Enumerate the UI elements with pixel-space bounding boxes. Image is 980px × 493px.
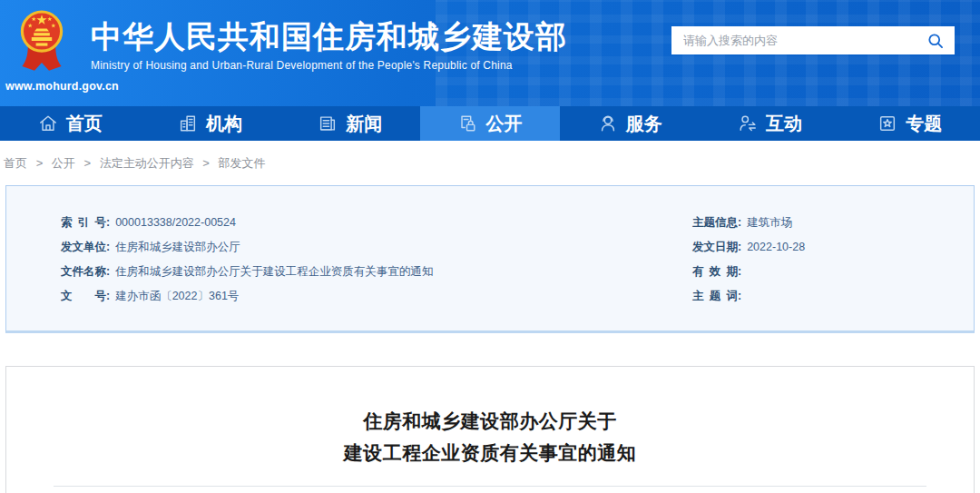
document-title: 住房和城乡建设部办公厅关于 建设工程企业资质有关事宜的通知 — [6, 405, 974, 468]
nav-item-label: 专题 — [906, 112, 942, 136]
home-icon — [38, 113, 58, 133]
document-title-line1: 住房和城乡建设部办公厅关于 — [6, 405, 974, 437]
site-titles: 中华人民共和国住房和城乡建设部 Ministry of Housing and … — [91, 20, 567, 72]
meta-label: 发文单位 — [61, 235, 106, 260]
meta-label: 文号 — [61, 284, 106, 309]
meta-value: 000013338/2022-00524 — [115, 211, 236, 235]
meta-label: 有效期 — [692, 260, 738, 284]
site-header: www.mohurd.gov.cn 中华人民共和国住房和城乡建设部 Minist… — [0, 0, 980, 106]
meta-colon: : — [106, 284, 110, 309]
site-url: www.mohurd.gov.cn — [5, 80, 119, 93]
breadcrumb-separator: > — [83, 156, 91, 170]
nav-item-home[interactable]: 首页 — [0, 106, 140, 141]
interaction-icon — [738, 113, 758, 133]
meta-row-validity-period: 有效期: — [692, 260, 974, 284]
meta-label: 发文日期 — [692, 235, 738, 260]
meta-colon: : — [106, 235, 110, 260]
breadcrumb-current: 部发文件 — [219, 156, 266, 170]
breadcrumb: 首页 > 公开 > 法定主动公开内容 > 部发文件 — [0, 141, 980, 185]
nav-item-organization[interactable]: 机构 — [140, 106, 279, 141]
nav-item-label: 公开 — [485, 112, 522, 136]
search-input[interactable] — [671, 26, 916, 54]
breadcrumb-statutory-content[interactable]: 法定主动公开内容 — [100, 156, 194, 170]
nav-item-label: 新闻 — [346, 112, 382, 136]
meta-colon: : — [106, 211, 110, 235]
disclosure-icon — [457, 113, 477, 133]
nav-item-label: 互动 — [766, 112, 802, 136]
site-title-cn: 中华人民共和国住房和城乡建设部 — [91, 20, 567, 53]
meta-colon: : — [738, 211, 741, 235]
nav-item-label: 首页 — [66, 112, 103, 136]
meta-label: 主题词 — [692, 284, 738, 309]
national-emblem-icon — [20, 8, 64, 74]
meta-row-index-number: 索引号: 000013338/2022-00524 — [61, 211, 692, 235]
site-title-en: Ministry of Housing and Urban-Rural Deve… — [91, 59, 567, 72]
meta-row-issue-date: 发文日期: 2022-10-28 — [692, 235, 974, 260]
topics-icon — [877, 113, 897, 133]
meta-label: 主题信息 — [692, 211, 738, 235]
title-divider — [54, 486, 926, 487]
meta-left-column: 索引号: 000013338/2022-00524 发文单位: 住房和城乡建设部… — [61, 211, 692, 309]
nav-item-label: 机构 — [206, 112, 242, 136]
news-icon — [318, 113, 338, 133]
breadcrumb-separator: > — [36, 156, 44, 170]
document-title-line2: 建设工程企业资质有关事宜的通知 — [6, 437, 974, 468]
meta-value: 住房和城乡建设部办公厅关于建设工程企业资质有关事宜的通知 — [115, 260, 433, 284]
meta-row-file-name: 文件名称: 住房和城乡建设部办公厅关于建设工程企业资质有关事宜的通知 — [61, 260, 692, 284]
meta-value: 住房和城乡建设部办公厅 — [115, 235, 240, 260]
nav-item-label: 服务 — [626, 112, 662, 136]
search-box — [671, 26, 955, 54]
meta-colon: : — [738, 284, 741, 309]
meta-label: 文件名称 — [61, 260, 106, 284]
meta-right-column: 主题信息: 建筑市场 发文日期: 2022-10-28 有效期: 主题词: — [692, 211, 974, 309]
nav-item-news[interactable]: 新闻 — [280, 106, 420, 141]
breadcrumb-home[interactable]: 首页 — [4, 156, 27, 170]
document-body-box: 住房和城乡建设部办公厅关于 建设工程企业资质有关事宜的通知 — [5, 366, 975, 493]
meta-value: 建办市函〔2022〕361号 — [115, 284, 239, 309]
meta-colon: : — [738, 260, 741, 284]
breadcrumb-disclosure[interactable]: 公开 — [52, 156, 75, 170]
meta-row-document-number: 文号: 建办市函〔2022〕361号 — [61, 284, 692, 309]
breadcrumb-separator: > — [202, 156, 210, 170]
meta-colon: : — [106, 260, 110, 284]
meta-row-issuing-unit: 发文单位: 住房和城乡建设部办公厅 — [61, 235, 692, 260]
service-icon — [598, 113, 618, 133]
meta-value: 建筑市场 — [747, 211, 792, 235]
nav-item-service[interactable]: 服务 — [560, 106, 700, 141]
meta-row-keywords: 主题词: — [692, 284, 974, 309]
nav-item-interaction[interactable]: 互动 — [700, 106, 839, 141]
main-nav: 首页 机构 新闻 公开 服务 — [0, 106, 980, 141]
meta-value: 2022-10-28 — [747, 235, 805, 260]
nav-item-topics[interactable]: 专题 — [840, 106, 980, 141]
search-icon — [926, 32, 945, 50]
meta-row-topic-info: 主题信息: 建筑市场 — [692, 211, 974, 235]
meta-colon: : — [738, 235, 741, 260]
document-meta-box: 索引号: 000013338/2022-00524 发文单位: 住房和城乡建设部… — [5, 185, 975, 333]
organization-icon — [178, 113, 198, 133]
meta-label: 索引号 — [61, 211, 106, 235]
search-button[interactable] — [916, 26, 955, 54]
nav-item-disclosure[interactable]: 公开 — [420, 106, 560, 141]
